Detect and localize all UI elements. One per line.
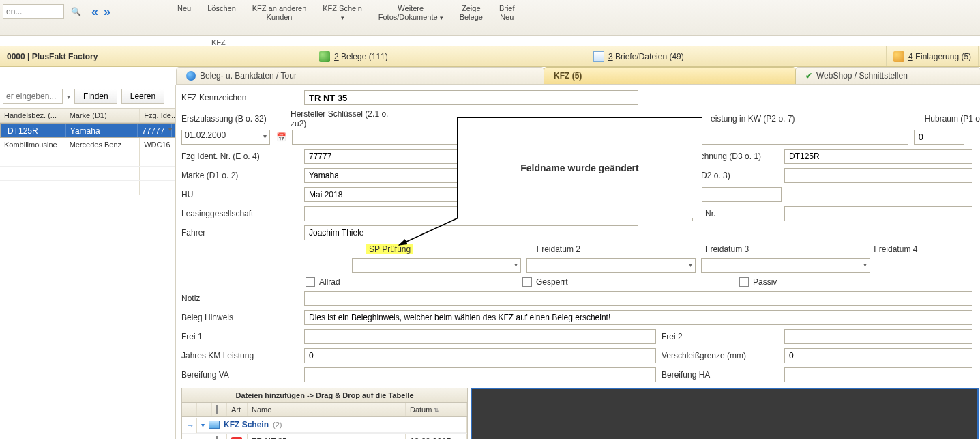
attachments-area: Dateien hinzufügen -> Drag & Drop auf di… <box>181 388 980 439</box>
left-pane: ▾ Finden Leeren Handelsbez. (... Marke (… <box>0 85 176 439</box>
verschleiss-input[interactable] <box>784 348 972 363</box>
tab-kfz[interactable]: KFZ (5) <box>544 67 796 84</box>
tab-briefe-key: 3 <box>608 52 613 61</box>
tab-briefe[interactable]: 3 Briefe/Dateien (49) <box>586 46 887 66</box>
sub-tabs: Beleg- u. Bankdaten / Tour KFZ (5) ✔ Web… <box>176 67 980 85</box>
filter-row: ▾ Finden Leeren <box>0 85 175 108</box>
ribbon-kfz-schein[interactable]: KFZ Schein▾ <box>323 4 361 23</box>
store-icon <box>893 51 904 62</box>
tab-kfz-label: KFZ (5) <box>554 71 582 81</box>
file-date: 13.09.2017 <box>406 434 467 439</box>
passiv-checkbox[interactable]: Passiv <box>739 277 777 287</box>
frei1-input[interactable] <box>304 329 656 344</box>
hubraum-input[interactable] <box>914 130 964 145</box>
ribbon-zeige-belege[interactable]: Zeige Belege <box>460 4 483 23</box>
bereifung-ha-label: Bereifung HA <box>662 370 779 380</box>
cell: Kombilimousine <box>0 138 65 152</box>
cell: WDC16 <box>140 138 175 152</box>
jahreskm-label: Jahres KM Leistung <box>181 351 299 360</box>
attachments-title: Dateien hinzufügen -> Drag & Drop auf di… <box>182 388 467 403</box>
tab-belege[interactable]: 2 Belege (111) <box>312 46 586 66</box>
ribbon-toolbar: 🔍 « » Neu Löschen KFZ an anderen Kunden … <box>0 0 980 36</box>
hubraum-label: Hubraum (P1 o <box>805 114 980 124</box>
col-fzgid[interactable]: Fzg. Ide... <box>140 109 175 122</box>
col-art[interactable]: Art <box>227 403 248 416</box>
tab-einlagerung[interactable]: 4 Einlagerung (5) <box>887 46 979 66</box>
freidatum3-input[interactable] <box>701 258 870 273</box>
bereifung-ha-input[interactable] <box>784 367 972 382</box>
nav-prev-icon[interactable]: « <box>91 5 98 19</box>
grid-empty-row <box>0 181 175 195</box>
kfz-kennzeichen-label: KFZ Kennzeichen <box>181 93 299 102</box>
sp-pruefung-input[interactable] <box>352 258 521 273</box>
find-button[interactable]: Finden <box>74 89 117 104</box>
tab-briefe-label: Briefe/Dateien (49) <box>613 52 684 61</box>
cell: Mercedes Benz <box>65 138 140 152</box>
d2-input[interactable] <box>784 168 972 183</box>
col-handelsbez[interactable]: Handelsbez. (... <box>0 109 65 122</box>
grid-header: Handelsbez. (... Marke (D1) Fzg. Ide... <box>0 109 175 123</box>
bereifung-va-label: Bereifung VA <box>181 370 299 380</box>
filter-dropdown-icon[interactable]: ▾ <box>67 93 70 100</box>
clear-button[interactable]: Leeren <box>121 89 164 104</box>
nav-arrows: « » <box>91 5 110 19</box>
ribbon-neu[interactable]: Neu <box>177 4 191 23</box>
search-input[interactable] <box>3 4 64 19</box>
calendar-icon[interactable]: 📅 <box>276 130 286 145</box>
notiz-input[interactable] <box>304 291 972 306</box>
pdf-icon: PDF <box>231 437 242 440</box>
leasing-label: Leasinggesellschaft <box>181 209 299 218</box>
tab-bankdaten[interactable]: Beleg- u. Bankdaten / Tour <box>176 67 544 84</box>
ribbon-kfz-kunden[interactable]: KFZ an anderen Kunden <box>252 4 307 23</box>
check-icon: ✔ <box>805 71 812 81</box>
tab-bankdaten-label: Beleg- u. Bankdaten / Tour <box>200 71 297 81</box>
frei2-input[interactable] <box>784 329 972 344</box>
main-tabs: 0000 | PlusFakt Factory 2 Belege (111) 3… <box>0 46 980 67</box>
freidatum3-label: Freidatum 3 <box>643 244 812 254</box>
tab-owner[interactable]: 0000 | PlusFakt Factory <box>0 46 312 66</box>
row-arrow-icon: → <box>182 418 197 433</box>
notiz-label: Notiz <box>181 294 299 303</box>
jahreskm-input[interactable] <box>304 348 656 363</box>
callout-text: Feldname wurde geändert <box>520 162 638 173</box>
col-datum[interactable]: Datum ⇅ <box>406 403 467 416</box>
group-count: (2) <box>273 421 282 429</box>
cell: 77777 <box>138 124 172 137</box>
attachments-row-pointer: → ▾ KFZ Schein (2) <box>182 417 467 434</box>
filter-input[interactable] <box>3 89 63 104</box>
col-marke[interactable]: Marke (D1) <box>65 109 140 122</box>
preview-pane <box>471 388 979 439</box>
nav-next-icon[interactable]: » <box>104 5 110 19</box>
fahrer-input[interactable] <box>304 225 638 240</box>
attachments-group[interactable]: ▾ KFZ Schein (2) <box>197 417 466 433</box>
col-name[interactable]: Name <box>248 403 406 416</box>
grid-row[interactable]: Kombilimousine Mercedes Benz WDC16 <box>0 138 175 152</box>
beleghinweis-input[interactable] <box>304 310 972 325</box>
passiv-label: Passiv <box>753 277 777 287</box>
bezeichnung-input[interactable] <box>784 149 972 164</box>
grid-empty-row <box>0 167 175 181</box>
bereifung-va-input[interactable] <box>304 367 656 382</box>
fzgident-label: Fzg Ident. Nr. (E o. 4) <box>181 152 299 161</box>
ribbon-fotos[interactable]: Weitere Fotos/Dokumente ▾ <box>378 4 443 23</box>
callout-box: Feldname wurde geändert <box>457 117 702 218</box>
search-icon[interactable]: 🔍 <box>68 4 83 19</box>
ribbon-loeschen[interactable]: Löschen <box>207 4 236 23</box>
grid-empty-row <box>0 152 175 167</box>
tab-webshop[interactable]: ✔ WebShop / Schnittstellen <box>795 67 980 84</box>
docs-icon <box>319 51 330 62</box>
leistung-input[interactable] <box>698 130 908 145</box>
gesperrt-checkbox[interactable]: Gesperrt <box>522 277 739 287</box>
erstzulassung-label: Erstzulassung (B o. 32) <box>181 114 285 124</box>
freidatum2-input[interactable] <box>526 258 696 273</box>
ribbon-group-label: KFZ <box>211 38 980 46</box>
erstzulassung-input[interactable]: 01.02.2000 <box>181 130 270 145</box>
kfz-kennzeichen-input[interactable] <box>304 90 638 105</box>
row-checkbox[interactable] <box>216 436 218 439</box>
select-all-checkbox[interactable] <box>216 405 218 414</box>
allrad-checkbox[interactable]: Allrad <box>306 277 522 287</box>
grid-row[interactable]: DT125R Yamaha 77777 <box>0 123 175 138</box>
ribbon-brief-neu[interactable]: Brief Neu <box>499 4 515 23</box>
attachments-row[interactable]: PDF TR NT 35 13.09.2017 <box>182 434 467 439</box>
trnr-input[interactable] <box>784 206 972 221</box>
